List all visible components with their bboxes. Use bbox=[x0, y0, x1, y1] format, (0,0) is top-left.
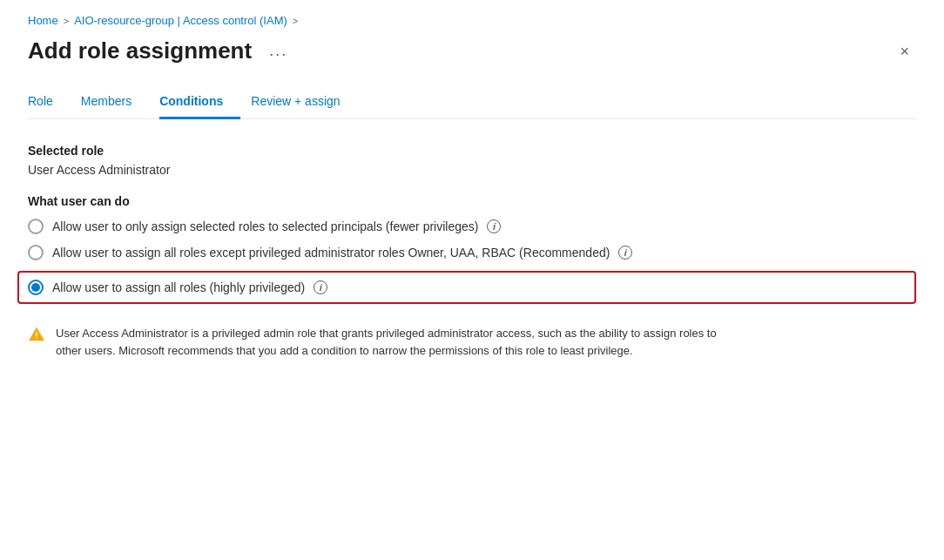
selected-role-value: User Access Administrator bbox=[28, 163, 916, 177]
page-title-area: Add role assignment ... bbox=[28, 37, 294, 64]
close-button[interactable]: × bbox=[893, 40, 916, 63]
info-icon-2[interactable]: i bbox=[618, 246, 632, 260]
warning-icon: ! bbox=[28, 326, 45, 343]
radio-label-3: Allow user to assign all roles (highly p… bbox=[52, 280, 305, 294]
main-container: Home > AIO-resource-group | Access contr… bbox=[0, 0, 944, 560]
tab-review[interactable]: Review + assign bbox=[251, 85, 357, 119]
radio-option-1[interactable]: Allow user to only assign selected roles… bbox=[28, 219, 916, 234]
breadcrumb-separator-1: > bbox=[64, 16, 69, 26]
svg-text:!: ! bbox=[35, 331, 37, 341]
radio-option-2[interactable]: Allow user to assign all roles except pr… bbox=[28, 245, 916, 260]
ellipsis-button[interactable]: ... bbox=[262, 38, 294, 64]
what-user-can-do-label: What user can do bbox=[28, 194, 916, 208]
breadcrumb-separator-2: > bbox=[293, 16, 298, 26]
selected-role-label: Selected role bbox=[28, 144, 916, 158]
tab-role[interactable]: Role bbox=[28, 85, 71, 119]
radio-input-1[interactable] bbox=[28, 219, 44, 234]
breadcrumb-home[interactable]: Home bbox=[28, 14, 58, 27]
breadcrumb-resource[interactable]: AIO-resource-group | Access control (IAM… bbox=[74, 14, 287, 27]
warning-text: User Access Administrator is a privilege… bbox=[56, 325, 718, 359]
radio-input-3[interactable] bbox=[28, 280, 44, 295]
info-icon-3[interactable]: i bbox=[314, 280, 327, 294]
breadcrumb: Home > AIO-resource-group | Access contr… bbox=[28, 14, 916, 27]
radio-label-1: Allow user to only assign selected roles… bbox=[52, 219, 478, 233]
tab-conditions[interactable]: Conditions bbox=[159, 85, 240, 119]
radio-label-2: Allow user to assign all roles except pr… bbox=[52, 246, 610, 260]
info-icon-1[interactable]: i bbox=[487, 219, 501, 233]
radio-option-3[interactable]: Allow user to assign all roles (highly p… bbox=[17, 271, 916, 304]
page-title: Add role assignment bbox=[28, 37, 252, 64]
radio-input-2[interactable] bbox=[28, 245, 44, 260]
warning-box: ! User Access Administrator is a privile… bbox=[28, 325, 916, 359]
tab-bar: Role Members Conditions Review + assign bbox=[28, 85, 916, 119]
tab-members[interactable]: Members bbox=[81, 85, 149, 119]
header-row: Add role assignment ... × bbox=[28, 37, 916, 64]
